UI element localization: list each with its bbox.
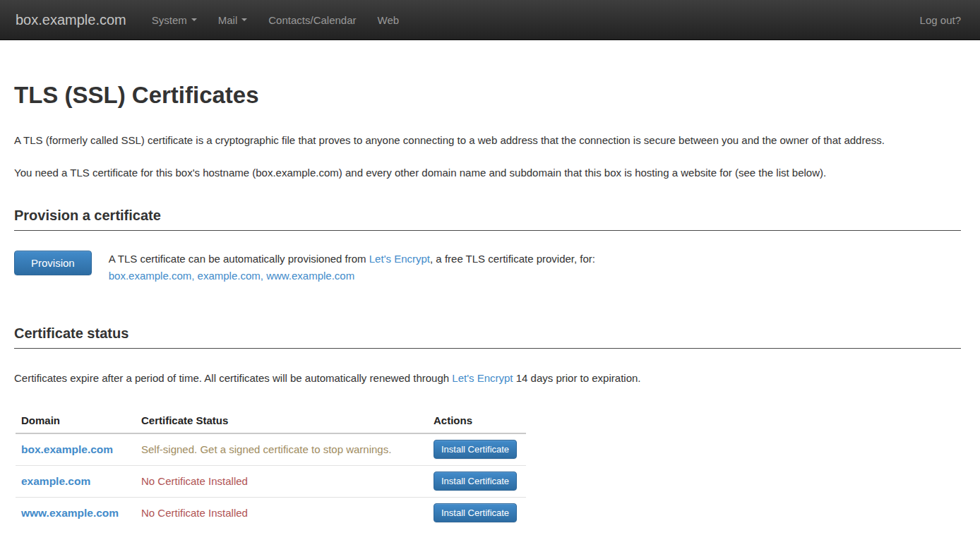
- provision-text-before: A TLS certificate can be automatically p…: [109, 253, 369, 265]
- status-section-heading: Certificate status: [14, 325, 961, 349]
- domain-link-example-com[interactable]: example.com: [21, 475, 90, 487]
- logout-link[interactable]: Log out?: [920, 14, 961, 26]
- column-header-domain: Domain: [16, 408, 136, 433]
- table-row: box.example.com Self-signed. Get a signe…: [16, 433, 526, 465]
- lets-encrypt-link[interactable]: Let's Encrypt: [369, 253, 430, 265]
- nav-item-web-label: Web: [378, 14, 400, 26]
- provision-text-after: , a free TLS certificate provider, for:: [430, 253, 595, 265]
- provision-button[interactable]: Provision: [14, 251, 92, 275]
- provision-row: Provision A TLS certificate can be autom…: [14, 251, 961, 284]
- provision-domains-list: box.example.com, example.com, www.exampl…: [109, 270, 354, 282]
- top-navbar: box.example.com System Mail Contacts/Cal…: [0, 0, 980, 40]
- install-certificate-button[interactable]: Install Certificate: [434, 503, 517, 522]
- caret-down-icon: [241, 18, 247, 21]
- column-header-actions: Actions: [428, 408, 526, 433]
- lets-encrypt-link[interactable]: Let's Encrypt: [452, 372, 513, 384]
- intro-paragraph-1: A TLS (formerly called SSL) certificate …: [14, 132, 961, 149]
- provision-description: A TLS certificate can be automatically p…: [109, 251, 595, 284]
- main-content: TLS (SSL) Certificates A TLS (formerly c…: [14, 83, 961, 529]
- certificate-table: Domain Certificate Status Actions box.ex…: [16, 408, 526, 529]
- status-note-before: Certificates expire after a period of ti…: [14, 372, 452, 384]
- nav-item-contacts-calendar[interactable]: Contacts/Calendar: [258, 0, 366, 40]
- provision-section-heading: Provision a certificate: [14, 208, 961, 231]
- certificate-status-text: No Certificate Installed: [141, 507, 248, 519]
- nav-item-system[interactable]: System: [141, 0, 208, 40]
- table-row: www.example.com No Certificate Installed…: [16, 497, 526, 529]
- nav-item-system-label: System: [152, 14, 187, 26]
- status-note-after: 14 days prior to expiration.: [513, 372, 641, 384]
- status-note: Certificates expire after a period of ti…: [14, 370, 961, 387]
- page-title: TLS (SSL) Certificates: [14, 83, 961, 108]
- table-header-row: Domain Certificate Status Actions: [16, 408, 526, 433]
- nav-item-web[interactable]: Web: [367, 0, 410, 40]
- certificate-status-text: No Certificate Installed: [141, 475, 248, 487]
- certificate-status-text: Self-signed. Get a signed certificate to…: [141, 443, 391, 455]
- install-certificate-button[interactable]: Install Certificate: [434, 472, 517, 491]
- nav-item-contacts-calendar-label: Contacts/Calendar: [268, 14, 356, 26]
- nav-item-mail-label: Mail: [218, 14, 238, 26]
- domain-link-www-example-com[interactable]: www.example.com: [21, 507, 119, 519]
- table-row: example.com No Certificate Installed Ins…: [16, 465, 526, 497]
- navbar-menu: System Mail Contacts/Calendar Web: [141, 0, 410, 40]
- domain-link-box-example-com[interactable]: box.example.com: [21, 443, 113, 455]
- column-header-certificate-status: Certificate Status: [136, 408, 428, 433]
- intro-paragraph-2: You need a TLS certificate for this box'…: [14, 164, 961, 181]
- caret-down-icon: [191, 18, 197, 21]
- install-certificate-button[interactable]: Install Certificate: [434, 440, 517, 459]
- brand-link[interactable]: box.example.com: [16, 12, 126, 28]
- nav-item-mail[interactable]: Mail: [208, 0, 258, 40]
